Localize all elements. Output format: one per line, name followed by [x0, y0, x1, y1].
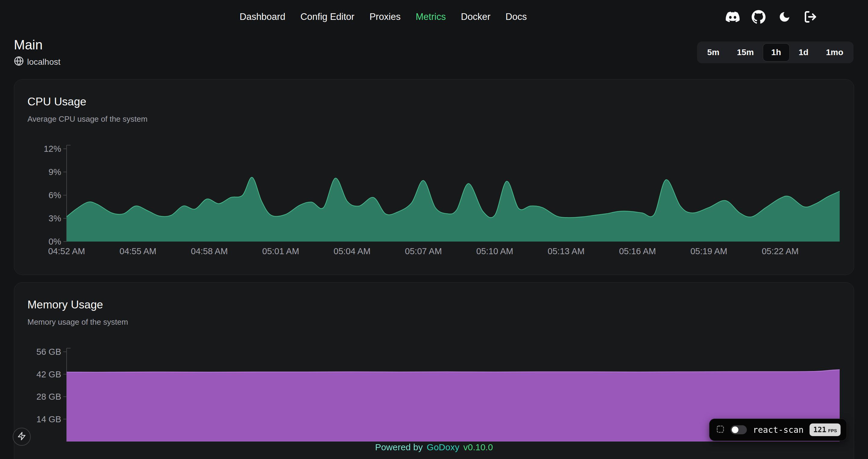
x-tick-label: 05:16 AM	[619, 247, 656, 256]
main-nav: DashboardConfig EditorProxiesMetricsDock…	[240, 0, 527, 34]
x-tick-label: 05:01 AM	[262, 247, 299, 256]
fps-badge: 121 FPS	[809, 423, 841, 436]
globe-icon	[14, 56, 24, 68]
memory-line	[67, 370, 840, 372]
x-tick-label: 04:58 AM	[191, 247, 228, 256]
time-range-5m[interactable]: 5m	[699, 44, 727, 61]
react-scan-label: react-scan	[753, 425, 804, 435]
zap-icon	[17, 432, 26, 442]
cpu-area	[67, 177, 840, 241]
powered-by-label: Powered by	[375, 442, 423, 452]
y-tick-label: 42 GB	[36, 369, 61, 379]
x-tick-label: 05:04 AM	[334, 247, 371, 256]
time-range-1d[interactable]: 1d	[790, 44, 817, 61]
cpu-chart-svg[interactable]: 0%3%6%9%12%04:52 AM04:55 AM04:58 AM05:01…	[27, 142, 841, 260]
time-range-selector: 5m15m1h1d1mo	[697, 41, 854, 63]
host-label: localhost	[27, 57, 61, 67]
y-tick-label: 56 GB	[36, 347, 61, 357]
logout-icon[interactable]	[804, 10, 817, 24]
page-header: Main localhost	[14, 37, 61, 68]
nav-item-dashboard[interactable]: Dashboard	[240, 11, 285, 22]
github-icon[interactable]	[752, 10, 766, 24]
y-tick-label: 0%	[49, 237, 61, 247]
nav-item-docs[interactable]: Docs	[505, 11, 527, 22]
inspect-icon[interactable]	[716, 425, 724, 435]
memory-card-subtitle: Memory usage of the system	[27, 317, 841, 327]
cpu-card-title: CPU Usage	[27, 95, 841, 108]
x-tick-label: 05:19 AM	[690, 247, 727, 256]
cpu-chart: 0%3%6%9%12%04:52 AM04:55 AM04:58 AM05:01…	[27, 142, 841, 260]
time-range-15m[interactable]: 15m	[729, 44, 762, 61]
y-tick-label: 3%	[49, 214, 61, 223]
page-title: Main	[14, 37, 61, 53]
y-tick-label: 14 GB	[36, 415, 61, 424]
footer: Powered by GoDoxy v0.10.0	[375, 442, 493, 452]
version-link[interactable]: v0.10.0	[463, 442, 493, 452]
nav-item-proxies[interactable]: Proxies	[370, 11, 401, 22]
memory-card-title: Memory Usage	[27, 298, 841, 312]
cpu-usage-card: CPU Usage Average CPU usage of the syste…	[14, 79, 854, 275]
fps-unit: FPS	[828, 428, 837, 433]
x-tick-label: 04:52 AM	[48, 247, 85, 256]
y-tick-label: 12%	[44, 144, 61, 154]
y-tick-label: 9%	[49, 167, 61, 177]
cpu-card-subtitle: Average CPU usage of the system	[27, 114, 841, 124]
host-row: localhost	[14, 56, 61, 68]
y-tick-label: 6%	[49, 190, 61, 200]
toggle-knob	[732, 426, 738, 433]
theme-toggle-moon-icon[interactable]	[778, 10, 792, 24]
nav-item-config-editor[interactable]: Config Editor	[301, 11, 354, 22]
quick-actions-button[interactable]	[13, 428, 31, 446]
topbar-icons	[726, 0, 817, 34]
x-tick-label: 05:10 AM	[476, 247, 513, 256]
topbar: DashboardConfig EditorProxiesMetricsDock…	[0, 0, 868, 34]
x-tick-label: 05:07 AM	[405, 247, 442, 256]
react-scan-toggle[interactable]	[731, 425, 747, 434]
time-range-1h[interactable]: 1h	[763, 44, 789, 61]
time-range-1mo[interactable]: 1mo	[818, 44, 851, 61]
x-tick-label: 05:22 AM	[762, 247, 799, 256]
x-tick-label: 05:13 AM	[548, 247, 585, 256]
x-tick-label: 04:55 AM	[120, 247, 157, 256]
react-scan-widget: react-scan 121 FPS	[709, 419, 847, 441]
nav-item-docker[interactable]: Docker	[461, 11, 490, 22]
y-tick-label: 28 GB	[36, 392, 61, 401]
discord-icon[interactable]	[726, 10, 740, 24]
godoxy-link[interactable]: GoDoxy	[427, 442, 459, 452]
nav-item-metrics[interactable]: Metrics	[415, 11, 446, 22]
fps-value: 121	[813, 426, 826, 434]
